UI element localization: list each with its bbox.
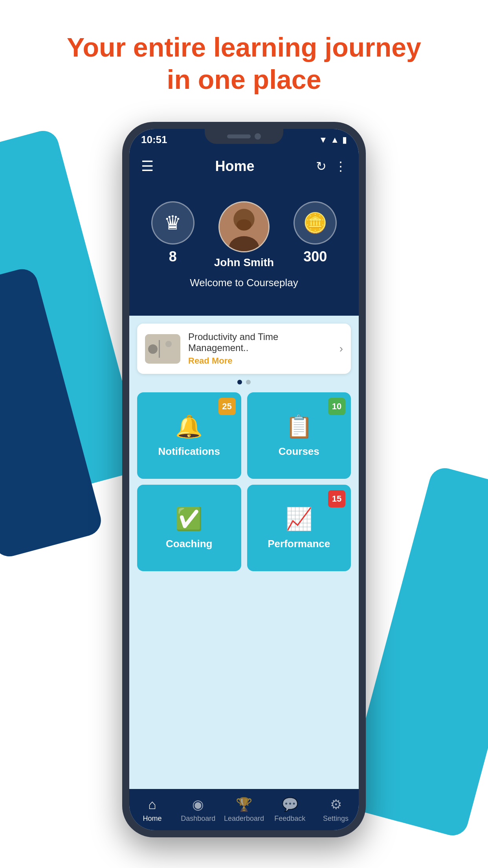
home-nav-label: Home xyxy=(143,815,161,823)
refresh-icon[interactable]: ↻ xyxy=(316,159,327,174)
app-header: ☰ Home ↻ ⋮ xyxy=(129,151,359,182)
coins-circle: 🪙 xyxy=(294,201,337,245)
welcome-text: Welcome to Courseplay xyxy=(190,277,298,289)
course-thumbnail xyxy=(145,334,180,364)
menu-icon[interactable]: ☰ xyxy=(141,158,154,175)
svg-point-3 xyxy=(237,219,251,230)
signal-icon: ▲ xyxy=(330,135,339,145)
tile-notifications[interactable]: 25 🔔 Notifications xyxy=(137,392,241,479)
courses-label: Courses xyxy=(279,445,319,458)
content-area: Productivity and Time Management.. Read … xyxy=(129,316,359,791)
coins-badge: 🪙 300 xyxy=(294,201,337,265)
dashboard-nav-label: Dashboard xyxy=(181,815,215,823)
leaderboard-nav-icon: 🏆 xyxy=(236,796,252,812)
wifi-icon: ▼ xyxy=(319,135,327,145)
title-text: Your entire learning journey in one plac… xyxy=(0,31,488,96)
bottom-nav: ⌂ Home ◉ Dashboard 🏆 Leaderboard 💬 Feedb… xyxy=(129,789,359,830)
tile-performance[interactable]: 15 📈 Performance xyxy=(247,485,351,571)
dashboard-nav-icon: ◉ xyxy=(192,796,204,812)
rank-circle: ♛ xyxy=(151,201,194,245)
notch-pill xyxy=(227,134,251,138)
phone-frame: 10:51 ▼ ▲ ▮ ☰ Home ↻ ⋮ ♛ xyxy=(122,122,366,837)
notch-camera xyxy=(255,133,261,140)
nav-feedback[interactable]: 💬 Feedback xyxy=(267,796,313,823)
tile-courses[interactable]: 10 📋 Courses xyxy=(247,392,351,479)
coaching-icon: ✅ xyxy=(175,506,203,532)
tile-coaching[interactable]: ✅ Coaching xyxy=(137,485,241,571)
avatar xyxy=(218,201,270,252)
performance-label: Performance xyxy=(268,538,330,550)
nav-dashboard[interactable]: ◉ Dashboard xyxy=(175,796,221,823)
nav-leaderboard[interactable]: 🏆 Leaderboard xyxy=(221,796,267,823)
feedback-nav-icon: 💬 xyxy=(282,796,298,812)
coins-icon: 🪙 xyxy=(303,211,327,234)
svg-point-5 xyxy=(148,344,158,354)
course-title: Productivity and Time Management.. xyxy=(188,331,332,353)
feedback-nav-label: Feedback xyxy=(274,815,305,823)
profile-name: John Smith xyxy=(214,256,274,269)
svg-point-7 xyxy=(165,341,172,347)
status-icons: ▼ ▲ ▮ xyxy=(319,135,347,145)
course-arrow-icon[interactable]: › xyxy=(339,342,343,355)
header-title: Home xyxy=(215,158,254,175)
nav-settings[interactable]: ⚙ Settings xyxy=(313,796,359,823)
course-info: Productivity and Time Management.. Read … xyxy=(188,331,332,366)
performance-badge: 15 xyxy=(328,490,345,508)
courses-badge: 10 xyxy=(328,398,345,415)
performance-icon: 📈 xyxy=(285,506,313,532)
tiles-grid: 25 🔔 Notifications 10 📋 Courses ✅ Coachi… xyxy=(137,392,351,571)
dot-1 xyxy=(237,380,242,384)
crown-icon: ♛ xyxy=(164,211,182,234)
courses-icon: 📋 xyxy=(285,414,313,440)
phone-screen: 10:51 ▼ ▲ ▮ ☰ Home ↻ ⋮ ♛ xyxy=(129,129,359,830)
dot-indicators xyxy=(137,380,351,384)
profile-section: ♛ 8 John Smith xyxy=(129,182,359,316)
coins-count: 300 xyxy=(303,248,327,265)
leaderboard-nav-label: Leaderboard xyxy=(224,815,264,823)
rank-badge: ♛ 8 xyxy=(151,201,194,265)
nav-home[interactable]: ⌂ Home xyxy=(129,797,175,823)
battery-icon: ▮ xyxy=(342,135,347,145)
read-more-link[interactable]: Read More xyxy=(188,356,332,366)
course-card[interactable]: Productivity and Time Management.. Read … xyxy=(137,324,351,374)
settings-nav-icon: ⚙ xyxy=(330,796,342,812)
notifications-label: Notifications xyxy=(158,445,220,458)
settings-nav-label: Settings xyxy=(323,815,349,823)
svg-rect-6 xyxy=(159,340,160,358)
notifications-badge: 25 xyxy=(218,398,236,415)
coaching-label: Coaching xyxy=(166,538,212,550)
dot-2 xyxy=(246,380,251,384)
phone-notch xyxy=(205,129,283,144)
home-nav-icon: ⌂ xyxy=(148,797,156,812)
status-time: 10:51 xyxy=(141,134,167,146)
avatar-container: John Smith xyxy=(214,201,274,269)
profile-row: ♛ 8 John Smith xyxy=(151,201,337,269)
rank-count: 8 xyxy=(169,248,177,265)
bell-icon: 🔔 xyxy=(175,414,203,440)
header-actions: ↻ ⋮ xyxy=(316,159,347,174)
page-title: Your entire learning journey in one plac… xyxy=(0,31,488,96)
avatar-svg xyxy=(220,202,268,251)
share-icon[interactable]: ⋮ xyxy=(334,159,347,174)
